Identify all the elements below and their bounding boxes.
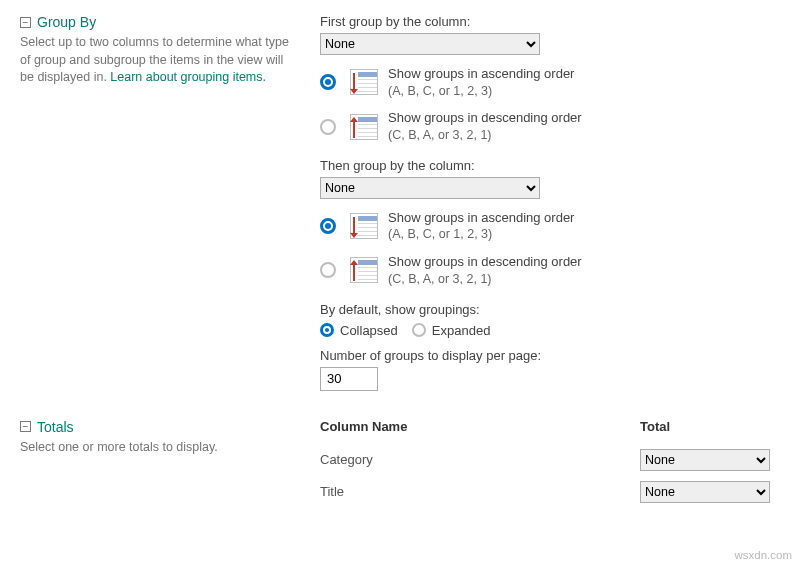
default-groupings-label: By default, show groupings: <box>320 302 780 317</box>
section-totals: − Totals Select one or more totals to di… <box>20 419 780 508</box>
group-by-left: − Group By Select up to two columns to d… <box>20 14 320 87</box>
totals-title: Totals <box>37 419 74 435</box>
then-group-asc-row[interactable]: Show groups in ascending order (A, B, C,… <box>320 209 780 243</box>
sort-desc-icon <box>350 114 378 140</box>
sort-asc-icon <box>350 69 378 95</box>
first-group-select[interactable]: None <box>320 33 540 55</box>
totals-left: − Totals Select one or more totals to di… <box>20 419 320 457</box>
collapsed-radio[interactable] <box>320 323 334 337</box>
collapse-icon[interactable]: − <box>20 421 31 432</box>
then-group-desc-radio[interactable] <box>320 262 336 278</box>
collapsed-label[interactable]: Collapsed <box>340 323 398 338</box>
sort-asc-icon <box>350 213 378 239</box>
totals-right: Column Name Total Category None Title No… <box>320 419 780 508</box>
first-group-desc-row[interactable]: Show groups in descending order (C, B, A… <box>320 109 780 143</box>
expanded-radio[interactable] <box>412 323 426 337</box>
learn-grouping-link[interactable]: Learn about grouping items. <box>110 70 266 84</box>
total-header: Total <box>640 419 780 444</box>
totals-desc: Select one or more totals to display. <box>20 439 300 457</box>
section-group-by: − Group By Select up to two columns to d… <box>20 14 780 391</box>
total-select-category[interactable]: None <box>640 449 770 471</box>
totals-table: Column Name Total Category None Title No… <box>320 419 780 508</box>
table-row: Category None <box>320 444 780 476</box>
then-group-label: Then group by the column: <box>320 158 780 173</box>
total-select-title[interactable]: None <box>640 481 770 503</box>
table-row: Title None <box>320 476 780 508</box>
sort-desc-icon <box>350 257 378 283</box>
first-group-asc-row[interactable]: Show groups in ascending order (A, B, C,… <box>320 65 780 99</box>
first-group-asc-radio[interactable] <box>320 74 336 90</box>
col-name-header: Column Name <box>320 419 640 444</box>
then-group-desc-row[interactable]: Show groups in descending order (C, B, A… <box>320 253 780 287</box>
per-page-label: Number of groups to display per page: <box>320 348 780 363</box>
expanded-label[interactable]: Expanded <box>432 323 491 338</box>
total-row-name: Category <box>320 444 640 476</box>
groups-per-page-input[interactable] <box>320 367 378 391</box>
group-by-right: First group by the column: None Show gro… <box>320 14 780 391</box>
total-row-name: Title <box>320 476 640 508</box>
first-group-desc-radio[interactable] <box>320 119 336 135</box>
then-group-select[interactable]: None <box>320 177 540 199</box>
then-group-asc-radio[interactable] <box>320 218 336 234</box>
collapse-icon[interactable]: − <box>20 17 31 28</box>
first-group-label: First group by the column: <box>320 14 780 29</box>
group-by-title: Group By <box>37 14 96 30</box>
group-by-desc: Select up to two columns to determine wh… <box>20 34 300 87</box>
